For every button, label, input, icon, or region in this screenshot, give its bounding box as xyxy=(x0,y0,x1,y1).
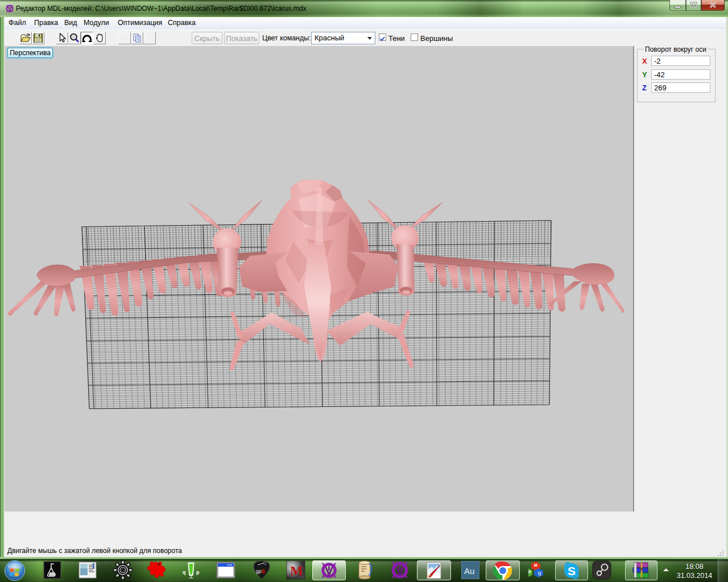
svg-text:6: 6 xyxy=(262,568,265,575)
svg-text:M: M xyxy=(290,563,303,578)
svg-text:gp: gp xyxy=(256,568,262,574)
svg-text:M: M xyxy=(534,563,537,567)
svg-text:Q: Q xyxy=(538,571,541,576)
svg-text:Au: Au xyxy=(464,566,474,576)
svg-text:P: P xyxy=(528,570,531,574)
svg-text:S: S xyxy=(568,564,576,577)
svg-text:q: q xyxy=(183,569,186,575)
svg-text:p: p xyxy=(196,569,200,575)
